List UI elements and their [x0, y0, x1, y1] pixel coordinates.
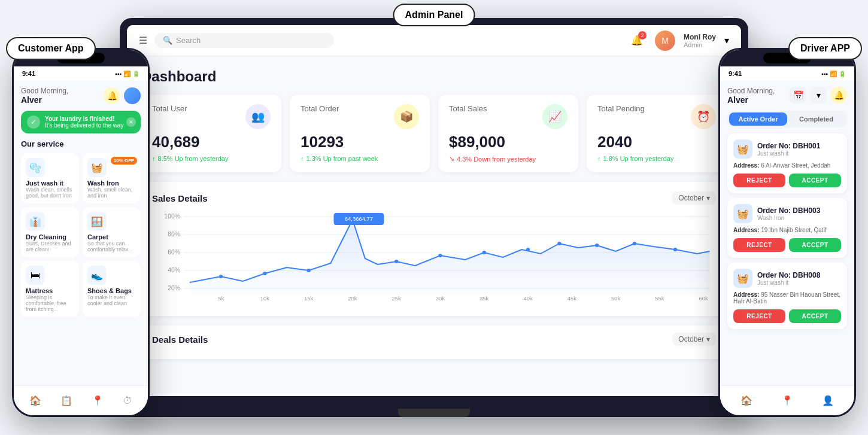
svg-point-27 [438, 254, 442, 257]
stats-grid: Total User 👥 40,689 ↑ 8.5% Up from yeste… [141, 95, 727, 172]
close-icon[interactable]: ✕ [126, 117, 136, 127]
stat-change-text: 4.3% Down from yesterday [457, 156, 536, 163]
stat-change-text: 1.8% Up from yesterday [603, 155, 674, 162]
service-name: Mattress [26, 287, 74, 294]
wifi-icon: 📶 [123, 71, 130, 77]
greeting-label: Good Morning, [21, 87, 68, 95]
stat-icon: ⏰ [691, 104, 716, 129]
svg-text:20k: 20k [348, 296, 357, 302]
svg-text:50k: 50k [611, 296, 621, 302]
order-subtitle: Wash Iron [757, 215, 820, 221]
month-selector[interactable]: October ▾ [672, 191, 716, 205]
service-name: Carpet [87, 233, 136, 241]
order-card-1: 🧺 Order No: DBH003 Wash Iron Address: 19… [727, 198, 847, 258]
service-card-0[interactable]: 🫧 Just wash it Wash clean, smells good, … [21, 153, 79, 203]
service-icon: 🛏 [26, 266, 45, 285]
phone-status-right: 9:41 ▪▪▪ 📶 🔋 [720, 66, 854, 81]
laptop-stand [398, 409, 470, 417]
notification-text: Your laundry is finished! It's being del… [45, 115, 123, 129]
greeting-text: Good Morning, Alver [21, 87, 68, 105]
header-right: 🔔 2 M Moni Roy Admin ▾ [627, 31, 729, 51]
greeting-icons: 🔔 [104, 87, 141, 104]
driver-greeting-row: Good Morning, Alver 📅 ▾ 🔔 [727, 87, 847, 105]
stat-card-2: Total Sales 📈 $89,000 ↘ 4.3% Down from y… [438, 95, 578, 172]
dropdown-icon[interactable]: ▾ [810, 87, 827, 104]
service-card-2[interactable]: 👔 Dry Cleaning Suits, Dresses and are cl… [21, 207, 79, 257]
location-nav-icon[interactable]: 📍 [92, 395, 104, 406]
driver-bell-icon[interactable]: 🔔 [830, 87, 847, 104]
user-role: Admin [684, 41, 716, 48]
notification-banner: ✓ Your laundry is finished! It's being d… [21, 111, 141, 133]
calendar-icon[interactable]: 📅 [790, 87, 806, 104]
service-icon: 🫧 [26, 158, 45, 177]
chart-header: Sales Details October ▾ [152, 191, 716, 205]
service-card-5[interactable]: 👟 Shoes & Bags To make it even cooler an… [83, 261, 141, 317]
reject-button[interactable]: REJECT [733, 238, 785, 252]
svg-text:80%: 80% [168, 231, 180, 238]
svg-text:10k: 10k [260, 296, 270, 302]
user-avatar-small[interactable] [124, 87, 141, 104]
chevron-down-icon: ▾ [706, 194, 710, 202]
deals-month-selector[interactable]: October ▾ [672, 333, 716, 346]
reject-button[interactable]: REJECT [733, 174, 785, 187]
location-nav-icon[interactable]: 📍 [781, 395, 793, 406]
accept-button[interactable]: ACCEPT [789, 309, 841, 323]
stat-card-header: Total Order 📦 [301, 104, 419, 129]
stat-change: ↑ 8.5% Up from yesterday [152, 155, 271, 162]
service-desc: To make it even cooler and clean [87, 294, 136, 306]
order-actions: REJECT ACCEPT [733, 174, 841, 187]
svg-text:40%: 40% [168, 267, 180, 273]
driver-tab-0[interactable]: Active Order [729, 112, 787, 126]
stat-change-text: 1.3% Up from past week [306, 155, 378, 162]
menu-icon[interactable]: ☰ [139, 35, 147, 46]
stat-card-0: Total User 👥 40,689 ↑ 8.5% Up from yeste… [141, 95, 281, 172]
stat-change: ↑ 1.8% Up from yesterday [597, 155, 716, 162]
reject-button[interactable]: REJECT [733, 309, 785, 323]
arrow-icon: ↑ [152, 155, 156, 162]
sales-chart-card: Sales Details October ▾ [141, 182, 727, 316]
svg-point-24 [307, 269, 311, 272]
service-card-4[interactable]: 🛏 Mattress Sleeping is comfortable, free… [21, 261, 79, 317]
driver-bottom-nav: 🏠 📍 👤 [720, 385, 854, 415]
signal-icon: ▪▪▪ [115, 71, 122, 77]
order-actions: REJECT ACCEPT [733, 238, 841, 252]
discount-badge: 10% OFF [111, 157, 137, 165]
svg-text:5k: 5k [218, 296, 224, 302]
bell-icon[interactable]: 🔔 [104, 87, 120, 104]
order-card-2: 🧺 Order No: DBH008 Just wash it Address:… [727, 263, 847, 329]
accept-button[interactable]: ACCEPT [789, 238, 841, 252]
svg-text:55k: 55k [655, 296, 664, 302]
customer-phone: 9:41 ▪▪▪ 📶 🔋 Good Morning, Alver 🔔 ✓ You… [12, 48, 150, 417]
timer-nav-icon[interactable]: ⏱ [123, 396, 132, 406]
order-header: 🧺 Order No: DBH008 Just wash it [733, 269, 841, 288]
order-address: Address: 19 Ibn Najib Street, Qatif [733, 227, 841, 233]
service-desc: Wash clean, smells good, but don't iron [26, 187, 74, 199]
accept-button[interactable]: ACCEPT [789, 174, 841, 187]
service-card-3[interactable]: 🪟 Carpet So that you can comfortably rel… [83, 207, 141, 257]
stat-change: ↘ 4.3% Down from yesterday [449, 155, 567, 163]
chevron-down-icon[interactable]: ▾ [724, 35, 729, 46]
order-subtitle: Just wash it [757, 279, 820, 286]
orders-container: 🧺 Order No: DBH001 Just wash it Address:… [727, 133, 847, 329]
svg-text:100%: 100% [164, 213, 180, 220]
orders-nav-icon[interactable]: 📋 [60, 395, 72, 406]
svg-text:60k: 60k [699, 296, 708, 302]
services-grid: 🫧 Just wash it Wash clean, smells good, … [21, 153, 141, 317]
stat-value: 40,689 [152, 133, 271, 151]
service-desc: So that you can comfortably relax... [87, 241, 136, 253]
order-avatar: 🧺 [733, 269, 752, 288]
driver-tab-1[interactable]: Completed [787, 112, 845, 126]
user-info: Moni Roy Admin [684, 33, 716, 48]
stat-value: 10293 [301, 133, 419, 151]
notification-icon[interactable]: 🔔 2 [627, 31, 647, 50]
driver-greeting-right: 📅 ▾ 🔔 [790, 87, 847, 104]
profile-nav-icon[interactable]: 👤 [822, 395, 834, 406]
service-name: Dry Cleaning [26, 233, 74, 241]
home-nav-icon[interactable]: 🏠 [29, 395, 41, 406]
service-icon: 🧺 [87, 158, 107, 177]
driver-tabs: Active OrderCompleted [727, 111, 847, 127]
stat-icon: 📦 [394, 104, 419, 129]
home-nav-icon[interactable]: 🏠 [740, 395, 752, 406]
service-card-1[interactable]: 10% OFF 🧺 Wash Iron Wash, smell clean, a… [83, 153, 141, 203]
search-bar[interactable]: 🔍 Search [154, 33, 334, 48]
